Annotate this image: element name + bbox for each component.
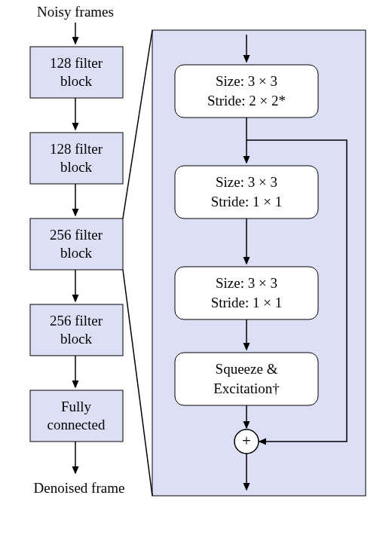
block-128-2-l1: 128 filter: [50, 141, 103, 157]
conv1-stride: Stride: 2 × 2*: [207, 93, 286, 108]
plus-icon: +: [242, 432, 251, 450]
zoom-line-bottom: [123, 270, 152, 496]
conv3-stride: Stride: 1 × 1: [211, 295, 283, 310]
conv3-size: Size: 3 × 3: [216, 275, 277, 291]
output-label: Denoised frame: [34, 480, 125, 496]
block-128-2-l2: block: [60, 159, 93, 175]
block-128-1-l1: 128 filter: [50, 55, 103, 71]
block-256-1-l2: block: [60, 245, 93, 261]
conv2-size: Size: 3 × 3: [216, 174, 277, 190]
conv1-size: Size: 3 × 3: [216, 73, 277, 89]
block-256-2-l2: block: [60, 331, 93, 347]
block-fc-l1: Fully: [61, 399, 92, 414]
se-l2: Excitation†: [213, 380, 280, 396]
se-l1: Squeeze &: [216, 361, 278, 377]
zoom-line-top: [123, 30, 152, 219]
block-fc-l2: connected: [47, 417, 106, 432]
block-256-1-l1: 256 filter: [50, 227, 103, 243]
input-label: Noisy frames: [37, 4, 114, 20]
block-128-1-l2: block: [60, 73, 93, 89]
conv2-stride: Stride: 1 × 1: [211, 194, 283, 209]
block-256-2-l1: 256 filter: [50, 313, 103, 329]
